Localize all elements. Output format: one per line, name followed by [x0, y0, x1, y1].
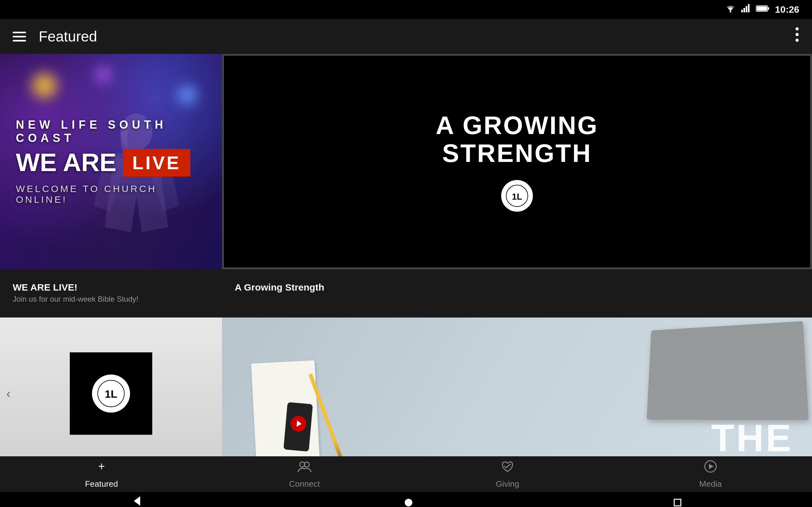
svg-rect-3 [746, 6, 747, 12]
battery-icon [756, 4, 770, 14]
svg-text:1L: 1L [105, 388, 117, 400]
nav-label-connect: Connect [289, 479, 320, 489]
church-name: NEW LIFE SOUTH COAST [16, 118, 206, 145]
live-badge: LIVE [123, 149, 190, 176]
svg-marker-21 [709, 464, 714, 469]
svg-rect-7 [757, 6, 767, 11]
we-are-line: WE ARE LIVE [16, 148, 190, 177]
live-card-info: WE ARE LIVE! Join us for our mid-week Bi… [0, 276, 222, 310]
bottom-row: 1L ‹ THE [0, 318, 812, 456]
phone-decoration [284, 402, 313, 452]
live-info-title: WE ARE LIVE! [13, 282, 209, 293]
card-bottom-left[interactable]: 1L ‹ [0, 318, 222, 456]
svg-point-10 [796, 39, 799, 42]
bottom-left-logo: 1L [92, 375, 130, 412]
svg-text:+: + [98, 460, 105, 473]
we-are-text: WE ARE [16, 148, 116, 177]
svg-marker-22 [134, 496, 140, 506]
svg-rect-6 [768, 7, 769, 10]
welcome-text: WELCOME TO CHURCH ONLINE! [16, 183, 206, 205]
bottom-left-logo-box: 1L [70, 352, 152, 435]
growing-card-inner: A GROWINGSTRENGTH 1L [224, 56, 810, 268]
home-button[interactable] [405, 496, 412, 507]
card-growing[interactable]: A GROWINGSTRENGTH 1L [222, 54, 812, 269]
svg-rect-1 [741, 10, 743, 12]
svg-rect-4 [748, 4, 750, 12]
recents-button[interactable] [674, 496, 681, 507]
growing-info-title: A Growing Strength [235, 282, 799, 293]
svg-rect-2 [744, 8, 745, 12]
nav-label-media: Media [699, 479, 722, 489]
menu-button[interactable] [13, 32, 26, 42]
arrow-left-icon: ‹ [6, 387, 10, 401]
media-icon [704, 459, 717, 476]
giving-icon [501, 459, 514, 476]
nav-item-giving[interactable]: Giving [476, 459, 539, 489]
bottom-right-overlay-text: THE [711, 419, 793, 456]
the-text: THE [711, 419, 793, 456]
status-bar: 10:26 [0, 0, 812, 19]
nav-item-featured[interactable]: + Featured [70, 459, 133, 489]
back-button[interactable] [131, 495, 143, 507]
nav-item-connect[interactable]: Connect [273, 459, 336, 489]
svg-point-8 [796, 27, 799, 31]
signal-icon [741, 4, 751, 15]
svg-point-0 [730, 11, 731, 12]
content-area: NEW LIFE SOUTH COAST WE ARE LIVE WELCOME… [0, 54, 812, 456]
info-row: WE ARE LIVE! Join us for our mid-week Bi… [0, 269, 812, 316]
live-card-text: NEW LIFE SOUTH COAST WE ARE LIVE WELCOME… [0, 54, 222, 269]
wifi-icon [725, 4, 736, 15]
live-info-subtitle: Join us for our mid-week Bible Study! [13, 295, 209, 303]
laptop-decoration [647, 321, 809, 420]
featured-icon: + [95, 459, 108, 476]
nav-label-featured: Featured [85, 479, 118, 489]
nav-items: + Featured Connect Giving [0, 456, 812, 492]
top-row: NEW LIFE SOUTH COAST WE ARE LIVE WELCOME… [0, 54, 812, 269]
svg-text:1L: 1L [512, 192, 522, 202]
nav-item-media[interactable]: Media [679, 459, 742, 489]
more-options-button[interactable] [795, 26, 799, 46]
connect-icon [297, 459, 312, 476]
card-live[interactable]: NEW LIFE SOUTH COAST WE ARE LIVE WELCOME… [0, 54, 222, 269]
svg-marker-16 [297, 420, 302, 427]
growing-title: A GROWINGSTRENGTH [436, 112, 599, 167]
card-bottom-right[interactable]: THE [222, 318, 812, 456]
bottom-nav: + Featured Connect Giving [0, 456, 812, 507]
growing-logo: 1L [501, 180, 533, 212]
growing-card-info: A Growing Strength [222, 276, 812, 310]
app-bar: Featured [0, 19, 812, 54]
svg-point-9 [796, 33, 799, 36]
system-nav [0, 492, 812, 507]
time-display: 10:26 [775, 4, 799, 15]
nav-label-giving: Giving [496, 479, 519, 489]
page-title: Featured [39, 28, 795, 45]
